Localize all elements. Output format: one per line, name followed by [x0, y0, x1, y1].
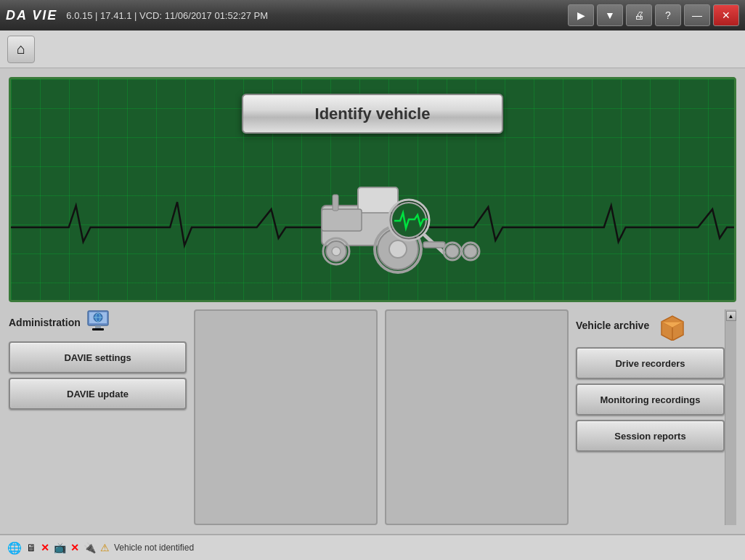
svg-point-15	[446, 245, 459, 258]
forward-button[interactable]: ▶	[568, 4, 594, 26]
globe-icon: 🌐	[7, 541, 22, 555]
version-info: 6.0.15 | 17.41.1 | VCD: 11/06/2017 01:52…	[66, 10, 565, 21]
scroll-up-arrow[interactable]: ▲	[726, 311, 736, 321]
session-reports-label: Session reports	[614, 431, 685, 442]
close-button[interactable]: ✕	[713, 4, 739, 26]
status-text: Vehicle not identified	[114, 543, 194, 553]
davie-update-label: DAVIE update	[67, 389, 129, 399]
svg-point-6	[389, 240, 407, 258]
gray-panel-2	[385, 309, 569, 525]
vehicle-archive-panel: Vehicle archive Drive recorders Monito	[576, 309, 725, 525]
connector-icon: 🔌	[84, 542, 96, 553]
bottom-area: Administration DAVIE se	[9, 309, 736, 525]
tractor-svg	[264, 166, 481, 275]
monitoring-recordings-button[interactable]: Monitoring recordings	[576, 384, 725, 415]
davie-settings-label: DAVIE settings	[64, 352, 131, 363]
network-icon: 🖥	[26, 542, 36, 553]
home-button[interactable]: ⌂	[7, 36, 35, 63]
svg-point-9	[332, 247, 341, 256]
print-button[interactable]: 🖨	[626, 4, 652, 26]
archive-title: Vehicle archive	[576, 320, 649, 331]
tractor-icon	[256, 162, 489, 278]
admin-title: Administration	[9, 317, 81, 328]
minimize-button[interactable]: —	[684, 4, 710, 26]
davie-update-button[interactable]: DAVIE update	[9, 378, 187, 410]
drive-recorders-label: Drive recorders	[615, 358, 685, 369]
status-bar: 🌐 🖥 ✕ 📺 ✕ 🔌 ⚠ Vehicle not identified	[0, 534, 745, 560]
monitoring-recordings-label: Monitoring recordings	[601, 394, 701, 405]
archive-area: Vehicle archive Drive recorders Monito	[576, 309, 736, 525]
svg-rect-2	[322, 209, 362, 231]
help-button[interactable]: ?	[655, 4, 681, 26]
home-icon: ⌂	[17, 41, 25, 57]
archive-panel-header: Vehicle archive	[576, 309, 725, 341]
middle-panels	[194, 309, 569, 525]
admin-icon	[86, 309, 115, 336]
main-content: Identify vehicle	[0, 68, 745, 534]
scrollbar[interactable]: ▲	[725, 309, 736, 525]
device-error-icon: ✕	[70, 542, 79, 553]
toolbar: ⌂	[0, 31, 745, 68]
svg-rect-13	[423, 242, 445, 248]
session-reports-button[interactable]: Session reports	[576, 420, 725, 452]
admin-panel-header: Administration	[9, 309, 187, 336]
identify-vehicle-label: Identify vehicle	[315, 105, 431, 123]
dropdown-button[interactable]: ▼	[597, 4, 623, 26]
device-icon: 📺	[54, 542, 66, 553]
svg-point-17	[464, 245, 477, 258]
identify-vehicle-button[interactable]: Identify vehicle	[242, 94, 503, 134]
svg-rect-21	[92, 328, 104, 330]
drive-recorders-button[interactable]: Drive recorders	[576, 347, 725, 379]
diagnostic-panel: Identify vehicle	[9, 77, 736, 302]
network-error-icon: ✕	[41, 542, 49, 553]
administration-panel: Administration DAVIE se	[9, 309, 187, 525]
warning-icon: ⚠	[100, 542, 110, 553]
svg-rect-3	[333, 195, 338, 211]
archive-icon	[655, 309, 690, 341]
title-bar: DA VIE 6.0.15 | 17.41.1 | VCD: 11/06/201…	[0, 0, 745, 31]
app-logo: DA VIE	[6, 8, 57, 23]
gray-panel-1	[194, 309, 378, 525]
davie-settings-button[interactable]: DAVIE settings	[9, 341, 187, 373]
svg-rect-20	[95, 325, 101, 328]
